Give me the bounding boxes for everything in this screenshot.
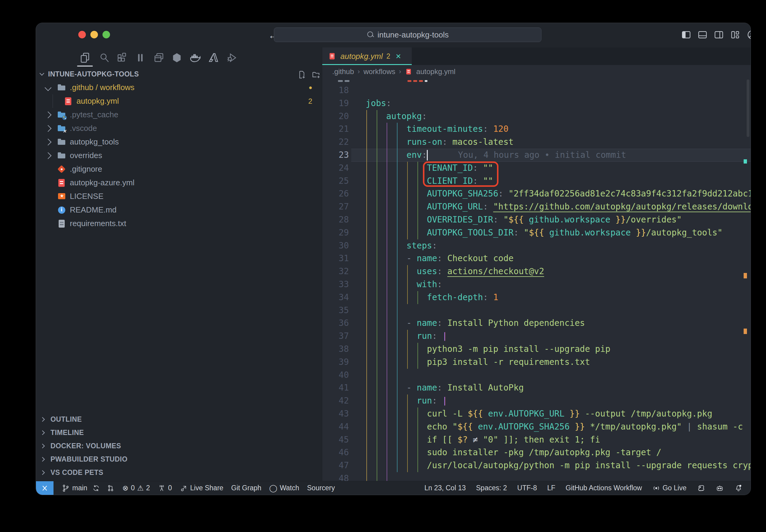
code-line-40[interactable]: 40 — [322, 369, 751, 382]
code-line-35[interactable]: 35 — [322, 304, 751, 317]
explorer-icon[interactable] — [77, 50, 93, 66]
eol-status[interactable]: LF — [547, 484, 555, 492]
bell-icon[interactable] — [734, 484, 743, 492]
close-traffic-light[interactable] — [78, 31, 86, 38]
account-icon[interactable] — [745, 28, 751, 42]
section-pwabuilder-studio[interactable]: PWABUILDER STUDIO — [36, 453, 322, 466]
tree-item-overrides[interactable]: overrides — [36, 149, 322, 162]
command-center-search[interactable]: intune-autopkg-tools — [274, 28, 541, 42]
maximize-traffic-light[interactable] — [102, 31, 110, 38]
minimize-traffic-light[interactable] — [90, 31, 98, 38]
code-line-26[interactable]: 26 AUTOPKG_SHA256: "2ff34daf02256ad81e2c… — [322, 187, 751, 200]
tab-autopkg-yml[interactable]: autopkg.yml 2 × — [322, 47, 412, 65]
code-line-27[interactable]: 27 AUTOPKG_URL: "https://github.com/auto… — [322, 200, 751, 213]
code-line-37[interactable]: 37 run: | — [322, 330, 751, 343]
code-line-45[interactable]: 45 if [[ $? ≠ "0" ]]; then exit 1; fi — [322, 433, 751, 446]
remote-indicator[interactable] — [36, 481, 54, 495]
customize-layout-icon[interactable] — [728, 28, 742, 42]
tree-item-autopkg-yml[interactable]: autopkg.yml 2 — [36, 94, 322, 108]
code-line-22[interactable]: 22 runs-on: macos-latest — [322, 136, 751, 149]
watch-status[interactable]: ◯ Watch — [269, 484, 299, 492]
code-line-47[interactable]: 47 /usr/local/autopkg/python -m pip inst… — [322, 459, 751, 472]
sourcery-status[interactable]: Sourcery — [307, 484, 335, 492]
new-file-icon[interactable] — [296, 69, 307, 80]
encoding-status[interactable]: UTF-8 — [517, 484, 537, 492]
squirrel-icon[interactable] — [697, 484, 705, 492]
extensions-icon[interactable] — [114, 50, 130, 66]
tree-item-readme[interactable]: README.md — [36, 203, 322, 217]
code-line-28[interactable]: 28 OVERRIDES_DIR: "${{ github.workspace … — [322, 213, 751, 226]
code-line-33[interactable]: 33 with: — [322, 278, 751, 291]
code-line-25[interactable]: 25 CLIENT_ID: "" — [322, 175, 751, 188]
chevron-right-icon — [45, 125, 52, 132]
breadcrumb[interactable]: .github › workflows › autopkg.yml — [322, 65, 751, 78]
code-line-41[interactable]: 41 - name: Install AutoPkg — [322, 381, 751, 394]
azure-icon[interactable] — [205, 50, 221, 66]
code-line-21[interactable]: 21 timeout-minutes: 120 — [322, 123, 751, 136]
tree-item-gitignore[interactable]: .gitignore — [36, 162, 322, 176]
go-live-status[interactable]: Go Live — [652, 484, 686, 492]
tree-item-autopkg-azure[interactable]: autopkg-azure.yml — [36, 176, 322, 190]
git-graph-status[interactable]: Git Graph — [231, 484, 261, 492]
tree-item-github-workflows[interactable]: .github / workflows ● — [36, 81, 322, 94]
section-outline[interactable]: OUTLINE — [36, 413, 322, 426]
code-line-43[interactable]: 43 curl -L ${{ env.AUTOPKG_URL }} --outp… — [322, 407, 751, 420]
code-line-18[interactable]: 18 — [322, 84, 751, 97]
tree-item-vscode[interactable]: ✕ .vscode — [36, 122, 322, 135]
columns-icon[interactable] — [132, 50, 148, 66]
branch-status[interactable]: main — [61, 484, 115, 492]
new-folder-icon[interactable] — [310, 69, 322, 80]
scrollbar-thumb[interactable] — [747, 79, 749, 137]
code-line-36[interactable]: 36 - name: Install Python dependencies — [322, 317, 751, 330]
run-debug-icon[interactable] — [224, 50, 240, 66]
windows-icon[interactable] — [151, 50, 167, 66]
live-share-status[interactable]: Live Share — [180, 484, 223, 492]
section-vscode-pets[interactable]: VS CODE PETS — [36, 466, 322, 479]
language-mode-status[interactable]: GitHub Actions Workflow — [566, 484, 642, 492]
ruler-cursor-mark — [744, 159, 747, 164]
breadcrumb-workflows[interactable]: workflows — [363, 67, 395, 76]
code-line-34[interactable]: 34 fetch-depth: 1 — [322, 291, 751, 304]
code-line-19[interactable]: 19jobs: — [322, 97, 751, 110]
indentation-status[interactable]: Spaces: 2 — [476, 484, 507, 492]
tree-item-requirements[interactable]: requirements.txt — [36, 217, 322, 230]
code-line-20[interactable]: 20 autopkg: — [322, 110, 751, 123]
tree-item-pytest-cache[interactable]: .pytest_cache — [36, 108, 322, 122]
breadcrumb-github[interactable]: .github — [332, 67, 354, 76]
tree-item-license[interactable]: LICENSE — [36, 190, 322, 203]
code-line-42[interactable]: 42 run: | — [322, 394, 751, 407]
indent-guide — [366, 369, 367, 382]
close-icon[interactable]: × — [396, 52, 401, 61]
code-editor[interactable]: 1819jobs:20 autopkg:21 timeout-minutes: … — [322, 78, 751, 481]
code-line-29[interactable]: 29 AUTOPKG_TOOLS_DIR: "${{ github.worksp… — [322, 226, 751, 239]
section-docker-volumes[interactable]: DOCKER: VOLUMES — [36, 439, 322, 453]
code-line-30[interactable]: 30 steps: — [322, 239, 751, 252]
toggle-sidebar-icon[interactable] — [679, 28, 693, 42]
code-line-38[interactable]: 38 python3 -m pip install --upgrade pip — [322, 343, 751, 356]
folder-icon — [57, 83, 66, 92]
ports-status[interactable]: 0 — [158, 484, 172, 492]
code-line-24[interactable]: 24 TENANT_ID: "" — [322, 162, 751, 175]
code-line-44[interactable]: 44 echo "${{ env.AUTOPKG_SHA256 }} */tmp… — [322, 420, 751, 433]
docker-icon[interactable] — [187, 50, 203, 66]
robot-icon[interactable] — [716, 484, 724, 492]
code-line-39[interactable]: 39 pip3 install -r requirements.txt — [322, 356, 751, 369]
code-line-31[interactable]: 31 - name: Checkout code — [322, 252, 751, 265]
explorer-header[interactable]: INTUNE-AUTOPKG-TOOLS — [36, 67, 322, 81]
search-icon[interactable] — [96, 50, 112, 66]
toggle-secondary-sidebar-icon[interactable] — [712, 28, 726, 42]
code-line-48[interactable]: 48 — [322, 472, 751, 481]
code-line-32[interactable]: 32 uses: actions/checkout@v2 — [322, 265, 751, 278]
line-number: 21 — [322, 123, 349, 136]
cursor-position-status[interactable]: Ln 23, Col 13 — [424, 484, 466, 492]
code-line-23[interactable]: 23 env:You, 4 hours ago • initial commit — [322, 149, 751, 162]
toggle-panel-icon[interactable] — [696, 28, 709, 42]
breadcrumb-file[interactable]: autopkg.yml — [416, 67, 455, 76]
explorer-title: INTUNE-AUTOPKG-TOOLS — [48, 70, 139, 78]
section-timeline[interactable]: TIMELINE — [36, 426, 322, 439]
tree-item-autopkg-tools[interactable]: autopkg_tools — [36, 135, 322, 149]
tab-dirty-count: 2 — [386, 52, 390, 60]
hexagon-icon[interactable] — [169, 50, 185, 66]
code-line-46[interactable]: 46 sudo installer -pkg /tmp/autopkg.pkg … — [322, 446, 751, 459]
problems-status[interactable]: ⊗0 ⚠2 — [122, 484, 150, 492]
